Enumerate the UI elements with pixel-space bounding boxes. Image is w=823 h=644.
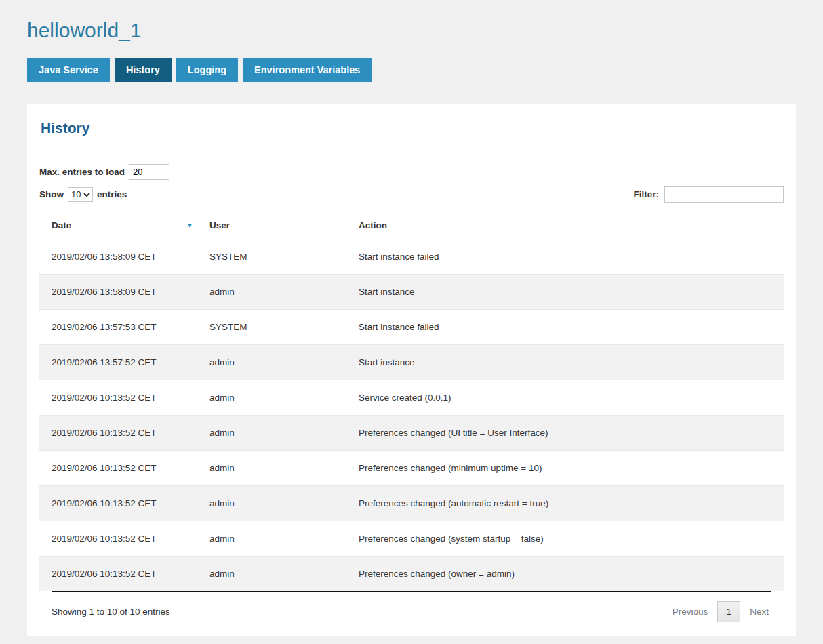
history-table-wrapper: Date ▼ User Action 2019/02/06 13:58:09 C… — [27, 212, 796, 633]
cell-action: Start instance failed — [346, 239, 784, 274]
table-row[interactable]: 2019/02/06 10:13:52 CET admin Preference… — [39, 485, 784, 521]
column-header-date[interactable]: Date ▼ — [39, 212, 197, 239]
column-header-action[interactable]: Action — [346, 212, 784, 239]
filter-label: Filter: — [633, 189, 659, 199]
tab-logging[interactable]: Logging — [176, 58, 238, 82]
table-row[interactable]: 2019/02/06 10:13:52 CET admin Service cr… — [39, 380, 784, 415]
cell-action: Start instance — [346, 274, 784, 309]
previous-page-button[interactable]: Previous — [673, 607, 708, 617]
cell-action: Preferences changed (system startup = fa… — [346, 521, 784, 556]
cell-user: admin — [197, 521, 346, 556]
table-row[interactable]: 2019/02/06 10:13:52 CET admin Preference… — [39, 556, 784, 591]
page-number-button[interactable]: 1 — [717, 601, 740, 622]
cell-user: SYSTEM — [197, 239, 346, 274]
cell-action: Preferences changed (automatic restart =… — [346, 485, 784, 521]
showing-entries-info: Showing 1 to 10 of 10 entries — [52, 607, 170, 617]
table-header-row: Date ▼ User Action — [39, 212, 784, 239]
cell-action: Start instance — [346, 344, 784, 380]
tab-java-service[interactable]: Java Service — [27, 58, 110, 82]
show-label: Show — [39, 189, 64, 199]
tab-bar: Java Service History Logging Environment… — [27, 58, 796, 82]
cell-user: admin — [197, 485, 346, 521]
table-row[interactable]: 2019/02/06 13:58:09 CET SYSTEM Start ins… — [39, 239, 784, 274]
cell-date: 2019/02/06 10:13:52 CET — [39, 485, 197, 521]
cell-date: 2019/02/06 10:13:52 CET — [39, 450, 197, 485]
pagination: Previous 1 Next — [673, 601, 771, 622]
cell-date: 2019/02/06 10:13:52 CET — [39, 556, 197, 591]
table-footer: Showing 1 to 10 of 10 entries Previous 1… — [52, 591, 771, 633]
entries-label: entries — [97, 189, 127, 199]
cell-user: admin — [197, 344, 346, 380]
cell-action: Preferences changed (owner = admin) — [346, 556, 784, 591]
table-row[interactable]: 2019/02/06 10:13:52 CET admin Preference… — [39, 450, 784, 485]
cell-action: Preferences changed (UI title = User Int… — [346, 415, 784, 450]
history-table: Date ▼ User Action 2019/02/06 13:58:09 C… — [39, 212, 784, 591]
table-row[interactable]: 2019/02/06 10:13:52 CET admin Preference… — [39, 521, 784, 556]
cell-date: 2019/02/06 13:58:09 CET — [39, 239, 197, 274]
table-row[interactable]: 2019/02/06 13:57:53 CET SYSTEM Start ins… — [39, 309, 784, 344]
panel-heading: History — [27, 104, 796, 150]
page-title: helloworld_1 — [27, 0, 796, 58]
tab-history[interactable]: History — [115, 58, 172, 82]
table-row[interactable]: 2019/02/06 13:57:52 CET admin Start inst… — [39, 344, 784, 380]
cell-user: SYSTEM — [197, 309, 346, 344]
cell-date: 2019/02/06 10:13:52 CET — [39, 521, 197, 556]
history-panel: History Max. entries to load Show 10 ent… — [27, 104, 796, 636]
filter-input[interactable] — [664, 186, 784, 203]
table-controls: Max. entries to load Show 10 entries Fil… — [27, 150, 796, 203]
cell-user: admin — [197, 415, 346, 450]
cell-user: admin — [197, 380, 346, 415]
cell-date: 2019/02/06 10:13:52 CET — [39, 380, 197, 415]
table-row[interactable]: 2019/02/06 10:13:52 CET admin Preference… — [39, 415, 784, 450]
tab-environment-variables[interactable]: Environment Variables — [243, 58, 372, 82]
max-entries-label: Max. entries to load — [39, 167, 125, 177]
cell-date: 2019/02/06 13:57:53 CET — [39, 309, 197, 344]
page-container: helloworld_1 Java Service History Loggin… — [0, 0, 823, 636]
cell-action: Preferences changed (minimum uptime = 10… — [346, 450, 784, 485]
cell-date: 2019/02/06 13:58:09 CET — [39, 274, 197, 309]
cell-date: 2019/02/06 10:13:52 CET — [39, 415, 197, 450]
column-header-user[interactable]: User — [197, 212, 346, 239]
cell-date: 2019/02/06 13:57:52 CET — [39, 344, 197, 380]
cell-action: Start instance failed — [346, 309, 784, 344]
cell-user: admin — [197, 450, 346, 485]
next-page-button[interactable]: Next — [750, 607, 769, 617]
max-entries-input[interactable] — [129, 164, 169, 180]
sort-descending-icon: ▼ — [186, 222, 193, 229]
show-entries-select[interactable]: 10 — [68, 187, 93, 202]
cell-user: admin — [197, 274, 346, 309]
cell-user: admin — [197, 556, 346, 591]
table-row[interactable]: 2019/02/06 13:58:09 CET admin Start inst… — [39, 274, 784, 309]
cell-action: Service created (0.0.1) — [346, 380, 784, 415]
